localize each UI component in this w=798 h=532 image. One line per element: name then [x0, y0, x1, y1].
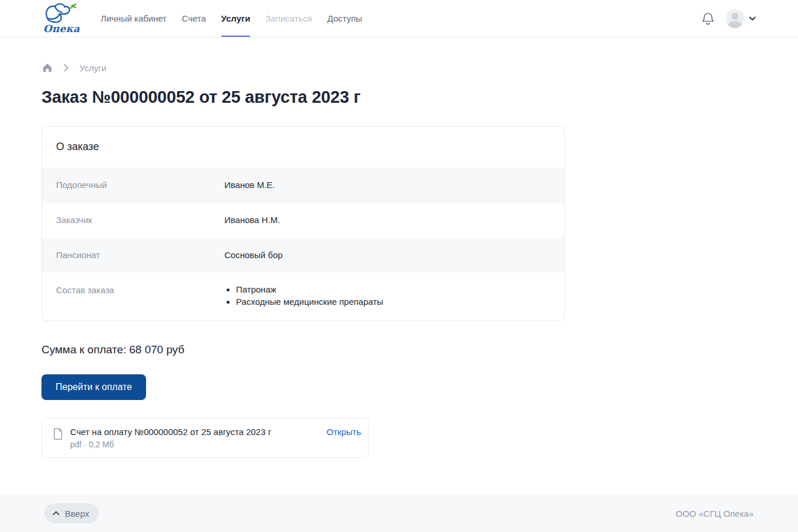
invoice-file-meta: pdf · 0,2 Мб [70, 440, 317, 449]
order-row-label: Подопечный [56, 179, 224, 191]
nav-item-access[interactable]: Доступы [327, 0, 362, 37]
order-row-value: Иванов М.Е. [224, 179, 275, 191]
avatar [726, 9, 744, 28]
notifications-bell-icon[interactable] [701, 12, 715, 26]
user-menu[interactable] [726, 9, 756, 28]
back-to-top-label: Вверх [65, 509, 89, 519]
breadcrumb-chevron-icon [64, 64, 69, 72]
logo-wordmark: Опека [43, 23, 79, 34]
order-row-boarding-house: Пансионат Сосновый бор [42, 238, 564, 273]
order-item: Патронаж [236, 284, 383, 294]
invoice-file-info: Счет на оплату №000000052 от 25 августа … [70, 426, 317, 449]
order-rows: Подопечный Иванов М.Е. Заказчик Иванова … [42, 168, 564, 321]
main-nav: Личный кабинет Счета Услуги Записаться Д… [100, 0, 362, 37]
breadcrumb-home-icon[interactable] [41, 62, 53, 74]
nav-item-signup: Записаться [265, 0, 312, 37]
header-actions [701, 9, 756, 28]
back-to-top-button[interactable]: Вверх [44, 503, 99, 523]
opeka-logo[interactable]: Опека [43, 3, 79, 34]
chevron-up-icon [53, 511, 60, 516]
nav-item-services[interactable]: Услуги [221, 0, 251, 37]
breadcrumb-current[interactable]: Услуги [79, 63, 106, 73]
page-title: Заказ №000000052 от 25 августа 2023 г [41, 88, 756, 107]
nav-item-invoices[interactable]: Счета [182, 0, 206, 37]
order-row-label: Заказчик [56, 214, 224, 226]
order-details-card: О заказе Подопечный Иванов М.Е. Заказчик… [41, 126, 565, 321]
total-amount-text: Сумма к оплате: 68 070 руб [41, 343, 756, 356]
order-row-value: Иванова Н.М. [224, 214, 280, 226]
page-footer: Вверх ООО «СГЦ Опека» [0, 495, 798, 532]
invoice-file-card: Счет на оплату №000000052 от 25 августа … [41, 418, 369, 458]
order-row-label: Состав заказа [56, 284, 224, 296]
open-invoice-link[interactable]: Открыть [327, 426, 361, 438]
company-name: ООО «СГЦ Опека» [676, 509, 754, 519]
order-row-label: Пансионат [56, 249, 224, 261]
order-card-title: О заказе [42, 127, 564, 168]
order-row-ward: Подопечный Иванов М.Е. [42, 168, 564, 203]
pay-button[interactable]: Перейти к оплате [41, 374, 146, 400]
breadcrumb: Услуги [41, 61, 756, 75]
document-file-icon [53, 427, 63, 440]
invoice-file-name: Счет на оплату №000000052 от 25 августа … [70, 426, 317, 438]
order-row-value: Сосновый бор [224, 249, 283, 261]
order-row-value: Патронаж Расходные медицинские препараты [224, 284, 383, 307]
order-row-composition: Состав заказа Патронаж Расходные медицин… [42, 273, 564, 321]
chevron-down-icon [749, 16, 756, 21]
order-row-customer: Заказчик Иванова Н.М. [42, 203, 564, 238]
order-items-list: Патронаж Расходные медицинские препараты [224, 284, 383, 307]
top-navigation-bar: Опека Личный кабинет Счета Услуги Записа… [0, 0, 798, 37]
order-item: Расходные медицинские препараты [236, 297, 383, 307]
nav-item-personal-cabinet[interactable]: Личный кабинет [100, 0, 166, 37]
main-content: Услуги Заказ №000000052 от 25 августа 20… [0, 37, 798, 495]
